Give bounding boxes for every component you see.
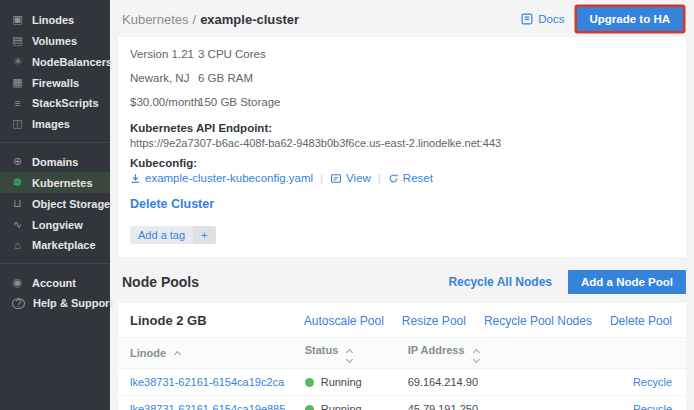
spec-version: Version 1.21 — [130, 42, 198, 66]
sidebar-item-domains[interactable]: ⊕ Domains — [0, 151, 110, 172]
kubeconfig-download-link[interactable]: example-cluster-kubeconfig.yaml — [130, 172, 313, 184]
api-endpoint-label: Kubernetes API Endpoint: — [130, 122, 674, 134]
pool-actions: Autoscale Pool Resize Pool Recycle Pool … — [304, 314, 672, 328]
topbar: Kubernetes/example-cluster Docs Upgrade … — [110, 0, 694, 37]
sidebar-item-images[interactable]: ◫ Images — [0, 113, 110, 134]
add-node-pool-button[interactable]: Add a Node Pool — [568, 270, 686, 294]
globe-icon: ⊕ — [11, 155, 24, 168]
kubeconfig-label: Kubeconfig: — [130, 157, 674, 169]
resize-pool-link[interactable]: Resize Pool — [402, 314, 466, 328]
column-header-linode[interactable]: Linode — [118, 338, 293, 369]
cluster-specs: Version 1.21 3 CPU Cores Newark, NJ 6 GB… — [130, 42, 360, 114]
sidebar-item-label: Marketplace — [32, 239, 96, 251]
breadcrumb-section-link[interactable]: Kubernetes — [122, 12, 189, 27]
divider: | — [320, 172, 323, 184]
sidebar-item-label: NodeBalancers — [32, 56, 112, 68]
pool-header: Linode 2 GB Autoscale Pool Resize Pool R… — [118, 303, 686, 337]
sidebar-item-volumes[interactable]: ▤ Volumes — [0, 30, 110, 51]
spec-ram: 6 GB RAM — [198, 66, 360, 90]
sidebar-item-stackscripts[interactable]: ≡ StackScripts — [0, 93, 110, 113]
sidebar-item-label: Volumes — [32, 35, 77, 47]
kubeconfig-actions: example-cluster-kubeconfig.yaml | View | — [130, 172, 674, 184]
table-header-row: Linode Status IP Address — [118, 338, 686, 369]
delete-cluster-button[interactable]: Delete Cluster — [130, 197, 214, 211]
column-header-actions — [540, 338, 686, 369]
breadcrumb: Kubernetes/example-cluster — [122, 12, 299, 27]
docs-label: Docs — [538, 13, 564, 25]
sidebar-item-nodebalancers[interactable]: ✳ NodeBalancers — [0, 51, 110, 72]
script-icon: ≡ — [11, 97, 24, 109]
recycle-all-nodes-link[interactable]: Recycle All Nodes — [448, 275, 552, 289]
kubernetes-wheel-icon: ☸ — [11, 176, 24, 189]
docs-link[interactable]: Docs — [521, 13, 564, 25]
node-pool-card: Linode 2 GB Autoscale Pool Resize Pool R… — [118, 303, 686, 410]
user-icon: ◉ — [11, 276, 24, 289]
sidebar-item-linodes[interactable]: ▣ Linodes — [0, 9, 110, 30]
main-content: Kubernetes/example-cluster Docs Upgrade … — [110, 0, 694, 410]
sidebar-item-label: Kubernetes — [32, 177, 93, 189]
recycle-pool-nodes-link[interactable]: Recycle Pool Nodes — [484, 314, 592, 328]
sidebar-item-marketplace[interactable]: ⌂ Marketplace — [0, 235, 110, 255]
spec-price: $30.00/month — [130, 90, 198, 114]
sort-icon — [474, 350, 479, 362]
sidebar-item-label: Linodes — [32, 14, 74, 26]
spec-storage: 150 GB Storage — [198, 90, 360, 114]
sidebar-item-label: Help & Support — [33, 297, 113, 309]
upgrade-to-ha-button[interactable]: Upgrade to HA — [577, 7, 684, 31]
delete-pool-link[interactable]: Delete Pool — [610, 314, 672, 328]
image-icon: ◫ — [11, 117, 24, 130]
kubeconfig-reset-link[interactable]: Reset — [388, 172, 433, 184]
sidebar-item-firewalls[interactable]: ▦ Firewalls — [0, 72, 110, 93]
sidebar-item-object-storage[interactable]: ⊔ Object Storage — [0, 193, 110, 214]
firewall-icon: ▦ — [11, 76, 24, 89]
recycle-node-link[interactable]: Recycle — [633, 403, 672, 410]
sort-icon — [347, 350, 352, 362]
sidebar-item-label: Longview — [32, 219, 83, 231]
sidebar-item-label: Domains — [32, 156, 78, 168]
marketplace-bag-icon: ⌂ — [11, 239, 24, 251]
api-endpoint-value: https://9e2a7307-b6ac-408f-ba62-9483b0b3… — [130, 137, 674, 149]
autoscale-pool-link[interactable]: Autoscale Pool — [304, 314, 384, 328]
view-label: View — [346, 172, 371, 184]
kubeconfig-view-link[interactable]: View — [330, 172, 371, 184]
bucket-icon: ⊔ — [11, 197, 24, 210]
sidebar-item-label: Images — [32, 118, 70, 130]
divider: | — [378, 172, 381, 184]
cluster-summary-card: Version 1.21 3 CPU Cores Newark, NJ 6 GB… — [118, 37, 686, 257]
view-icon — [330, 173, 342, 184]
node-link[interactable]: lke38731-62161-6154ca19c2ca — [130, 376, 284, 388]
nodes-table: Linode Status IP Address — [118, 337, 686, 410]
sidebar-item-account[interactable]: ◉ Account — [0, 272, 110, 293]
sidebar-item-label: StackScripts — [32, 97, 99, 109]
node-link[interactable]: lke38731-62161-6154ca19e885 — [130, 403, 285, 410]
sidebar: ▣ Linodes ▤ Volumes ✳ NodeBalancers ▦ Fi… — [0, 0, 110, 410]
node-ip: 45.79.191.250 — [396, 396, 540, 410]
sidebar-item-longview[interactable]: ∿ Longview — [0, 214, 110, 235]
reset-icon — [388, 173, 399, 184]
sidebar-item-help-support[interactable]: ? Help & Support — [0, 293, 110, 313]
download-icon — [130, 173, 141, 184]
node-pools-header: Node Pools Recycle All Nodes Add a Node … — [110, 257, 694, 303]
table-row: lke38731-62161-6154ca19c2ca Running 69.1… — [118, 369, 686, 396]
spec-cpu: 3 CPU Cores — [198, 42, 360, 66]
sidebar-item-label: Account — [32, 277, 76, 289]
column-header-status[interactable]: Status — [293, 338, 396, 369]
node-pools-title: Node Pools — [122, 274, 199, 290]
add-tag-chip[interactable]: Add a tag + — [130, 226, 216, 244]
pool-title: Linode 2 GB — [130, 313, 207, 328]
sidebar-divider — [0, 263, 110, 264]
reset-label: Reset — [403, 172, 433, 184]
sidebar-item-label: Firewalls — [32, 77, 79, 89]
plus-icon: + — [193, 226, 215, 244]
sidebar-item-kubernetes[interactable]: ☸ Kubernetes — [0, 172, 110, 193]
pulse-icon: ∿ — [11, 218, 24, 231]
sidebar-item-label: Object Storage — [32, 198, 110, 210]
kubeconfig-filename: example-cluster-kubeconfig.yaml — [145, 172, 313, 184]
app-root: ▣ Linodes ▤ Volumes ✳ NodeBalancers ▦ Fi… — [0, 0, 694, 410]
node-ip: 69.164.214.90 — [396, 369, 540, 396]
spec-region: Newark, NJ — [130, 66, 198, 90]
node-pools-actions: Recycle All Nodes Add a Node Pool — [448, 270, 686, 294]
recycle-node-link[interactable]: Recycle — [633, 376, 672, 388]
column-header-ip-address[interactable]: IP Address — [396, 338, 540, 369]
breadcrumb-separator: / — [193, 12, 197, 27]
